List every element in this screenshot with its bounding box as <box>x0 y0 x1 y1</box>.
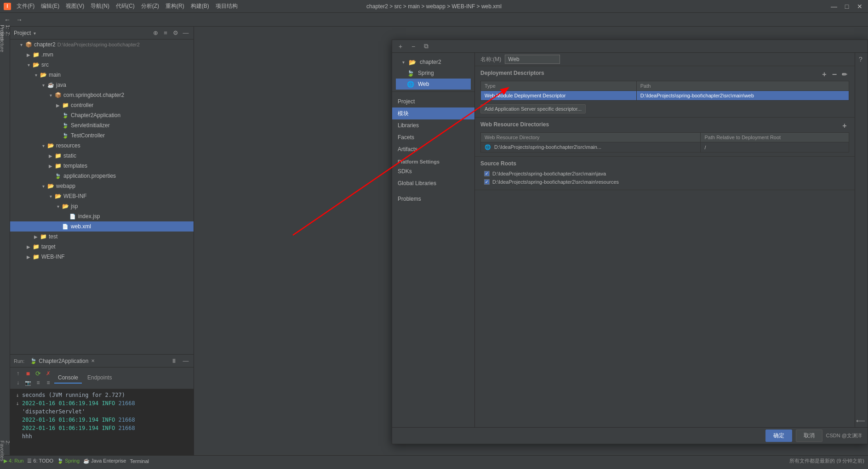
add-descriptor-btn[interactable]: + <box>820 70 829 79</box>
nav-item-sdks[interactable]: SDKs <box>392 165 474 177</box>
run-misc2-btn[interactable]: ≡ <box>44 379 52 387</box>
remove-descriptor-btn[interactable]: − <box>830 70 839 79</box>
nav-back-btn[interactable]: ← <box>2 14 13 25</box>
rel-path-cell: / <box>701 142 849 153</box>
panel-minimize-btn[interactable]: — <box>182 29 190 37</box>
cancel-btn[interactable]: 取消 <box>796 429 822 442</box>
nav-item-artifacts[interactable]: Artifacts <box>392 143 474 155</box>
modal-minus-btn[interactable]: − <box>409 42 418 51</box>
panel-locate-btn[interactable]: ⊕ <box>151 29 160 37</box>
side-expand-btn[interactable]: ⟵ <box>856 416 865 425</box>
spring-status-btn[interactable]: 🍃 Spring <box>57 458 80 464</box>
java-status-btn[interactable]: ☕ Java Enterprise <box>83 458 126 464</box>
project-settings-modal: + − ⧉ ▾ 📂 chapter2 🍃 <box>392 40 868 444</box>
sidebar-tab-favorites[interactable]: 2: Favorites <box>1 447 9 455</box>
run-status-btn[interactable]: ▶ 4: Run <box>4 458 23 464</box>
csdn-watermark: CSDN @文渊洋 <box>826 432 862 439</box>
terminal-status-btn[interactable]: Terminal <box>130 458 149 464</box>
tree-item-servlet[interactable]: 🍃 ServletInitializer <box>10 120 194 130</box>
menu-build[interactable]: 构建(B) <box>188 1 212 11</box>
maximize-btn[interactable]: □ <box>842 2 851 11</box>
source-root-1: ✓ D:\IdeaProjects\spring-boot\chapter2\s… <box>480 178 849 186</box>
close-btn[interactable]: ✕ <box>855 2 864 11</box>
run-rerun-btn[interactable]: ⟳ <box>34 369 42 378</box>
toolbar: ← → <box>0 13 868 27</box>
project-panel-header: Project ▾ ⊕ ≡ ⚙ — <box>10 27 194 40</box>
descriptor-row-0[interactable]: Web Module Deployment Descriptor D:\Idea… <box>481 91 849 101</box>
module-tree-web[interactable]: 🌐 Web <box>396 79 471 90</box>
todo-status-btn[interactable]: ☰ 6: TODO <box>27 458 53 464</box>
name-input[interactable] <box>505 55 560 64</box>
project-tree: ▾ 📦 chapter2 D:\IdeaProjects\spring-boot… <box>10 40 194 354</box>
nav-item-global-libs[interactable]: Global Libraries <box>392 177 474 189</box>
col-rel-path: Path Relative to Deployment Root <box>701 133 849 142</box>
run-minimize-btn[interactable]: — <box>182 357 190 365</box>
module-tree-spring[interactable]: 🍃 Spring <box>396 68 471 79</box>
web-resources-table: Web Resource Directory Path Relative to … <box>480 132 849 153</box>
nav-item-modules[interactable]: 模块 <box>392 107 474 119</box>
menu-nav[interactable]: 导航(N) <box>88 1 112 11</box>
nav-item-facets[interactable]: Facets <box>392 131 474 143</box>
run-misc1-btn[interactable]: ✗ <box>44 369 52 378</box>
nav-item-problems[interactable]: Problems <box>392 193 474 205</box>
menu-file[interactable]: 文件(F) <box>14 1 37 11</box>
run-label: 🍃 Chapter2Application ✕ <box>30 358 95 364</box>
minimize-btn[interactable]: — <box>829 2 839 11</box>
run-stop-btn[interactable]: ■ <box>24 369 32 378</box>
web-dir-cell: 🌐 D:\IdeaProjects\spring-boot\chapter2\s… <box>481 142 701 153</box>
tree-item-target[interactable]: ▶ 📁 target <box>10 242 194 252</box>
tree-item-webinf[interactable]: ▾ 📂 WEB-INF <box>10 191 194 201</box>
sidebar-tab-zstructure[interactable]: Z: Structure <box>1 38 9 46</box>
confirm-btn[interactable]: 确定 <box>765 429 792 442</box>
panel-collapse-btn[interactable]: ≡ <box>161 29 170 37</box>
tree-item-mvn[interactable]: ▶ 📁 .mvn <box>10 50 194 60</box>
add-web-resource-btn[interactable]: + <box>840 121 849 130</box>
panel-settings-btn[interactable]: ⚙ <box>171 29 180 37</box>
tab-console[interactable]: Console <box>54 373 82 384</box>
tree-item-resources[interactable]: ▾ 📂 resources <box>10 141 194 151</box>
source-root-1-checkbox[interactable]: ✓ <box>484 179 490 185</box>
nav-forward-btn[interactable]: → <box>14 14 25 25</box>
tab-endpoints[interactable]: Endpoints <box>84 373 115 384</box>
modal-copy-btn[interactable]: ⧉ <box>422 42 431 51</box>
side-help-btn[interactable]: ? <box>856 55 865 64</box>
tree-item-java[interactable]: ▾ ☕ java <box>10 80 194 90</box>
menu-code[interactable]: 代码(C) <box>113 1 137 11</box>
tree-item-test[interactable]: ▶ 📁 test <box>10 232 194 242</box>
web-resource-row-0[interactable]: 🌐 D:\IdeaProjects\spring-boot\chapter2\s… <box>481 142 849 153</box>
tree-item-appprops[interactable]: 🍃 application.properties <box>10 171 194 181</box>
log-down-icon: ↓ <box>13 392 22 398</box>
menu-project[interactable]: 项目结构 <box>213 1 240 11</box>
source-root-0-checkbox[interactable]: ✓ <box>484 171 490 176</box>
add-server-descriptor-btn[interactable]: Add Application Server specific descript… <box>480 104 586 113</box>
menu-analyze[interactable]: 分析(Z) <box>138 1 162 11</box>
tree-item-static[interactable]: ▶ 📁 static <box>10 151 194 161</box>
tree-item-main[interactable]: ▾ 📂 main <box>10 70 194 80</box>
nav-item-project[interactable]: Project <box>392 96 474 107</box>
tree-item-src[interactable]: ▾ 📂 src <box>10 60 194 70</box>
tree-item-controller[interactable]: ▶ 📁 controller <box>10 100 194 110</box>
edit-descriptor-btn[interactable]: ✏ <box>840 70 849 79</box>
module-tree-chapter2[interactable]: ▾ 📂 chapter2 <box>396 57 471 68</box>
menu-refactor[interactable]: 重构(R) <box>163 1 187 11</box>
nav-item-libraries[interactable]: Libraries <box>392 119 474 131</box>
tree-item-webinf-top[interactable]: ▶ 📁 WEB-INF <box>10 252 194 262</box>
log-line-1: ↓ seconds (JVM running for 2.727) <box>12 391 192 399</box>
tree-item-chapter2app[interactable]: 🍃 Chapter2Application <box>10 110 194 120</box>
menu-edit[interactable]: 编辑(E) <box>38 1 62 11</box>
tree-item-jsp[interactable]: ▾ 📂 jsp <box>10 201 194 211</box>
run-scroll-down-btn[interactable]: ↓ <box>14 379 22 387</box>
tree-item-testcontroller[interactable]: 🍃 TestController <box>10 130 194 141</box>
tree-item-indexjsp[interactable]: 📄 index.jsp <box>10 211 194 221</box>
tree-item-package[interactable]: ▾ 📦 com.springboot.chapter2 <box>10 90 194 100</box>
run-pause-btn[interactable]: ⏸ <box>170 357 178 365</box>
tree-item-webapp[interactable]: ▾ 📂 webapp <box>10 181 194 191</box>
tree-item-chapter2[interactable]: ▾ 📦 chapter2 D:\IdeaProjects\spring-boot… <box>10 40 194 50</box>
menu-view[interactable]: 视图(V) <box>63 1 87 11</box>
modal-add-btn[interactable]: + <box>396 42 405 51</box>
run-list-btn[interactable]: ≡ <box>34 379 42 387</box>
run-close-icon[interactable]: ✕ <box>91 358 95 363</box>
run-scroll-up-btn[interactable]: ↑ <box>14 369 22 378</box>
tree-item-webxml[interactable]: 📄 web.xml <box>10 221 194 232</box>
tree-item-templates[interactable]: ▶ 📁 templates <box>10 161 194 171</box>
